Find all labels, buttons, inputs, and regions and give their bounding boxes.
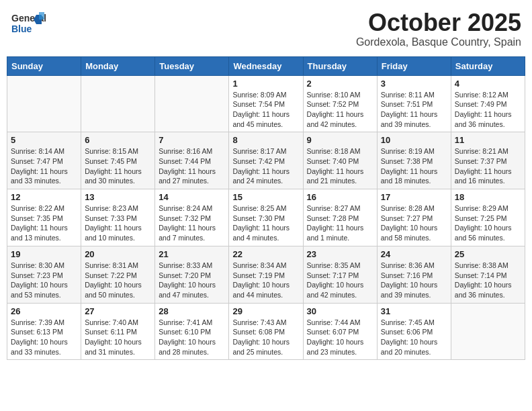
day-cell: 11Sunrise: 8:21 AM Sunset: 7:37 PM Dayli…	[451, 132, 525, 189]
day-cell: 7Sunrise: 8:16 AM Sunset: 7:44 PM Daylig…	[155, 132, 229, 189]
month-title: October 2025	[356, 9, 521, 36]
day-cell: 23Sunrise: 8:35 AM Sunset: 7:17 PM Dayli…	[303, 246, 377, 303]
day-cell: 30Sunrise: 7:44 AM Sunset: 6:07 PM Dayli…	[303, 303, 377, 360]
day-cell: 16Sunrise: 8:27 AM Sunset: 7:28 PM Dayli…	[303, 189, 377, 246]
day-cell: 14Sunrise: 8:24 AM Sunset: 7:32 PM Dayli…	[155, 189, 229, 246]
weekday-header-friday: Friday	[377, 56, 451, 75]
day-cell: 1Sunrise: 8:09 AM Sunset: 7:54 PM Daylig…	[229, 75, 303, 132]
day-number: 30	[307, 306, 373, 316]
day-cell	[81, 75, 155, 132]
svg-marker-3	[39, 12, 44, 19]
day-number: 18	[455, 192, 521, 202]
day-info: Sunrise: 7:41 AM Sunset: 6:10 PM Dayligh…	[159, 318, 225, 357]
day-cell: 5Sunrise: 8:14 AM Sunset: 7:47 PM Daylig…	[7, 132, 81, 189]
day-cell	[155, 75, 229, 132]
day-number: 25	[455, 249, 521, 259]
day-number: 5	[11, 135, 77, 145]
weekday-header-sunday: Sunday	[7, 56, 81, 75]
day-info: Sunrise: 8:34 AM Sunset: 7:19 PM Dayligh…	[232, 261, 299, 300]
weekday-header-monday: Monday	[81, 56, 155, 75]
day-info: Sunrise: 8:09 AM Sunset: 7:54 PM Dayligh…	[232, 90, 299, 130]
day-number: 8	[232, 135, 299, 145]
day-number: 21	[159, 249, 225, 259]
day-cell: 28Sunrise: 7:41 AM Sunset: 6:10 PM Dayli…	[155, 303, 229, 360]
day-number: 16	[307, 192, 373, 202]
weekday-header-thursday: Thursday	[303, 56, 377, 75]
day-cell: 17Sunrise: 8:28 AM Sunset: 7:27 PM Dayli…	[377, 189, 451, 246]
day-info: Sunrise: 8:11 AM Sunset: 7:51 PM Dayligh…	[381, 90, 447, 130]
day-number: 7	[159, 135, 225, 145]
location-title: Gordexola, Basque Country, Spain	[356, 36, 521, 48]
day-number: 13	[85, 192, 151, 202]
day-cell: 21Sunrise: 8:33 AM Sunset: 7:20 PM Dayli…	[155, 246, 229, 303]
day-number: 19	[11, 249, 77, 259]
week-row-2: 5Sunrise: 8:14 AM Sunset: 7:47 PM Daylig…	[7, 132, 525, 189]
day-number: 6	[85, 135, 151, 145]
day-number: 11	[455, 135, 521, 145]
day-info: Sunrise: 8:25 AM Sunset: 7:30 PM Dayligh…	[232, 203, 299, 243]
weekday-header-tuesday: Tuesday	[155, 56, 229, 75]
day-number: 23	[307, 249, 373, 259]
calendar-table: SundayMondayTuesdayWednesdayThursdayFrid…	[7, 56, 525, 361]
day-cell: 18Sunrise: 8:29 AM Sunset: 7:25 PM Dayli…	[451, 189, 525, 246]
day-info: Sunrise: 8:14 AM Sunset: 7:47 PM Dayligh…	[11, 146, 77, 186]
day-number: 10	[381, 135, 447, 145]
day-info: Sunrise: 8:17 AM Sunset: 7:42 PM Dayligh…	[232, 146, 299, 186]
week-row-4: 19Sunrise: 8:30 AM Sunset: 7:23 PM Dayli…	[7, 246, 525, 303]
day-cell: 9Sunrise: 8:18 AM Sunset: 7:40 PM Daylig…	[303, 132, 377, 189]
day-cell: 19Sunrise: 8:30 AM Sunset: 7:23 PM Dayli…	[7, 246, 81, 303]
day-info: Sunrise: 8:10 AM Sunset: 7:52 PM Dayligh…	[307, 90, 373, 130]
day-number: 3	[381, 79, 447, 89]
day-info: Sunrise: 7:40 AM Sunset: 6:11 PM Dayligh…	[85, 318, 151, 357]
day-info: Sunrise: 7:43 AM Sunset: 6:08 PM Dayligh…	[232, 318, 299, 357]
week-row-5: 26Sunrise: 7:39 AM Sunset: 6:13 PM Dayli…	[7, 303, 525, 360]
logo-icon: General Blue	[11, 9, 46, 39]
day-info: Sunrise: 8:19 AM Sunset: 7:38 PM Dayligh…	[381, 146, 447, 186]
day-cell: 4Sunrise: 8:12 AM Sunset: 7:49 PM Daylig…	[451, 75, 525, 132]
day-info: Sunrise: 8:12 AM Sunset: 7:49 PM Dayligh…	[455, 90, 521, 130]
day-info: Sunrise: 8:23 AM Sunset: 7:33 PM Dayligh…	[85, 203, 151, 243]
day-number: 22	[232, 249, 299, 259]
day-number: 9	[307, 135, 373, 145]
day-cell: 13Sunrise: 8:23 AM Sunset: 7:33 PM Dayli…	[81, 189, 155, 246]
day-number: 4	[455, 79, 521, 89]
day-info: Sunrise: 8:31 AM Sunset: 7:22 PM Dayligh…	[85, 261, 151, 300]
day-info: Sunrise: 8:29 AM Sunset: 7:25 PM Dayligh…	[455, 203, 521, 243]
day-info: Sunrise: 7:39 AM Sunset: 6:13 PM Dayligh…	[11, 318, 77, 357]
day-info: Sunrise: 8:18 AM Sunset: 7:40 PM Dayligh…	[307, 146, 373, 186]
day-number: 31	[381, 306, 447, 316]
day-number: 15	[232, 192, 299, 202]
day-info: Sunrise: 8:15 AM Sunset: 7:45 PM Dayligh…	[85, 146, 151, 186]
day-number: 24	[381, 249, 447, 259]
week-row-3: 12Sunrise: 8:22 AM Sunset: 7:35 PM Dayli…	[7, 189, 525, 246]
day-cell: 10Sunrise: 8:19 AM Sunset: 7:38 PM Dayli…	[377, 132, 451, 189]
day-number: 28	[159, 306, 225, 316]
day-info: Sunrise: 7:44 AM Sunset: 6:07 PM Dayligh…	[307, 318, 373, 357]
day-cell	[7, 75, 81, 132]
day-number: 17	[381, 192, 447, 202]
day-info: Sunrise: 8:28 AM Sunset: 7:27 PM Dayligh…	[381, 203, 447, 243]
title-area: October 2025 Gordexola, Basque Country, …	[356, 9, 521, 48]
week-row-1: 1Sunrise: 8:09 AM Sunset: 7:54 PM Daylig…	[7, 75, 525, 132]
weekday-header-wednesday: Wednesday	[229, 56, 303, 75]
day-info: Sunrise: 7:45 AM Sunset: 6:06 PM Dayligh…	[381, 318, 447, 357]
day-cell	[451, 303, 525, 360]
day-cell: 27Sunrise: 7:40 AM Sunset: 6:11 PM Dayli…	[81, 303, 155, 360]
day-info: Sunrise: 8:16 AM Sunset: 7:44 PM Dayligh…	[159, 146, 225, 186]
day-cell: 29Sunrise: 7:43 AM Sunset: 6:08 PM Dayli…	[229, 303, 303, 360]
day-info: Sunrise: 8:38 AM Sunset: 7:14 PM Dayligh…	[455, 261, 521, 300]
day-number: 27	[85, 306, 151, 316]
day-cell: 15Sunrise: 8:25 AM Sunset: 7:30 PM Dayli…	[229, 189, 303, 246]
day-info: Sunrise: 8:36 AM Sunset: 7:16 PM Dayligh…	[381, 261, 447, 300]
weekday-header-row: SundayMondayTuesdayWednesdayThursdayFrid…	[7, 56, 525, 75]
day-info: Sunrise: 8:22 AM Sunset: 7:35 PM Dayligh…	[11, 203, 77, 243]
day-number: 29	[232, 306, 299, 316]
day-cell: 26Sunrise: 7:39 AM Sunset: 6:13 PM Dayli…	[7, 303, 81, 360]
page-header: General Blue October 2025 Gordexola, Bas…	[7, 7, 525, 51]
day-info: Sunrise: 8:35 AM Sunset: 7:17 PM Dayligh…	[307, 261, 373, 300]
day-info: Sunrise: 8:21 AM Sunset: 7:37 PM Dayligh…	[455, 146, 521, 186]
day-cell: 6Sunrise: 8:15 AM Sunset: 7:45 PM Daylig…	[81, 132, 155, 189]
day-number: 2	[307, 79, 373, 89]
weekday-header-saturday: Saturday	[451, 56, 525, 75]
day-info: Sunrise: 8:24 AM Sunset: 7:32 PM Dayligh…	[159, 203, 225, 243]
